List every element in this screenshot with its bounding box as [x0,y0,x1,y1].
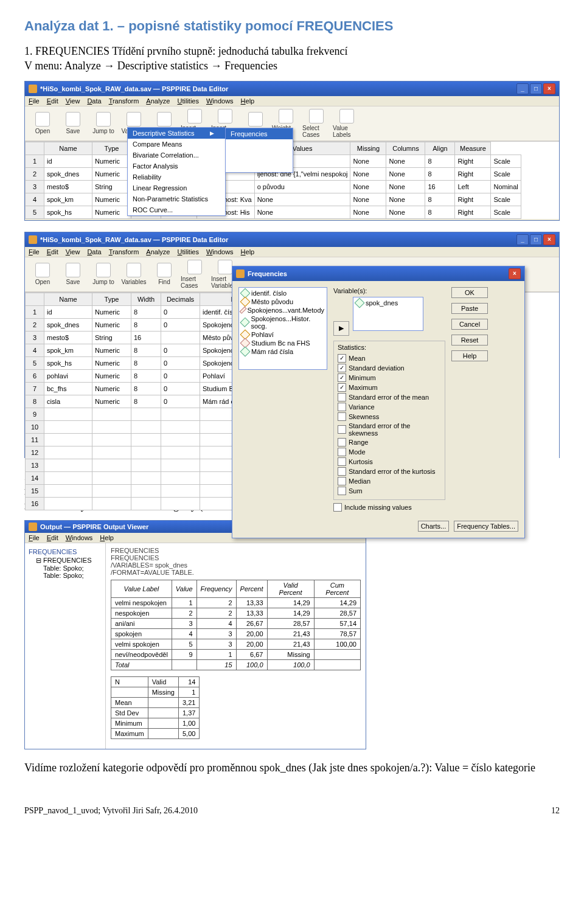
tree-item[interactable]: ⊟ FREQUENCIES [36,557,102,564]
stat-checkbox[interactable]: ✓Standard deviation [338,363,441,373]
tree-root[interactable]: FREQUENCIES [29,547,102,557]
dialog-frequency table--button[interactable]: Frequency Tables... [454,521,518,532]
stat-checkbox[interactable]: Median [338,476,441,486]
stat-checkbox[interactable]: ✓Mean [338,353,441,363]
move-variable-button[interactable]: ▶ [333,321,349,336]
toolbar-insert cases[interactable]: Insert Cases [181,260,209,289]
menu-item-edit[interactable]: Edit [47,248,58,255]
stat-checkbox[interactable]: ✓Maximum [338,383,441,392]
toolbar-jump to[interactable]: Jump to [89,263,117,285]
selected-variables-list[interactable]: spok_dnes [353,297,423,331]
analyze-item[interactable]: Linear Regression [128,182,225,193]
toolbar-value labels[interactable]: Value Labels [333,109,361,138]
stat-checkbox[interactable]: Kurtosis [338,457,441,467]
menubar[interactable]: FileEditViewDataTransformAnalyzeUtilitie… [25,247,559,257]
list-item[interactable]: Pohlaví [240,330,325,339]
menu-item-transform[interactable]: Transform [109,97,139,105]
menu-item-data[interactable]: Data [87,97,101,105]
stat-checkbox[interactable]: Range [338,437,441,447]
minimize-button[interactable]: _ [516,234,529,245]
submenu-item[interactable]: Frequencies [226,128,293,139]
list-item[interactable]: Spokojenos...Histor. socg. [240,314,325,330]
menu-item-data[interactable]: Data [87,248,101,255]
intro-paragraph: 1. FREQUENCIES Třídění prvního stupně: j… [24,44,560,74]
dialog-chart--button[interactable]: Charts... [418,521,450,532]
toolbar-find[interactable]: Find [150,263,178,285]
available-variables-list[interactable]: identif. čísloMěsto původuSpokojenos...v… [238,287,327,370]
menu-item-file[interactable]: File [29,248,40,255]
stat-checkbox[interactable]: Standard error of the kurtosis [338,467,441,476]
analyze-menu-dropdown[interactable]: Descriptive Statistics▶FrequenciesDescri… [127,127,226,216]
menu-item-help[interactable]: Help [100,534,114,541]
stat-checkbox[interactable]: Sum [338,486,441,496]
menubar[interactable]: FileEditViewDataTransformAnalyzeUtilitie… [25,96,559,106]
submenu-item[interactable]: Explore [226,150,293,161]
menu-item-transform[interactable]: Transform [109,248,139,255]
stat-checkbox[interactable]: ✓Minimum [338,373,441,383]
menu-item-utilities[interactable]: Utilities [177,97,198,105]
menu-item-windows[interactable]: Windows [66,534,93,541]
menu-item-windows[interactable]: Windows [206,248,234,255]
close-button[interactable]: × [543,234,555,245]
analyze-item[interactable]: Descriptive Statistics▶FrequenciesDescri… [128,128,225,139]
list-item[interactable]: Město původu [240,297,325,306]
statistics-group: Statistics: ✓Mean✓Standard deviation✓Min… [333,341,445,500]
close-button[interactable]: × [543,83,555,94]
analyze-item[interactable]: Non-Parametric Statistics [128,193,225,204]
menu-item-analyze[interactable]: Analyze [146,248,170,255]
analyze-item[interactable]: Compare Means [128,139,225,150]
submenu-item[interactable]: Descriptives [226,139,293,150]
menu-item-edit[interactable]: Edit [47,534,58,541]
menu-item-windows[interactable]: Windows [206,97,234,105]
toolbar-save[interactable]: Save [59,112,87,134]
page-footer: PSPP_navod_1_uvod; Vytvořil Jiri Safr, 2… [24,806,560,816]
analyze-item[interactable]: Reliability [128,172,225,182]
screenshot-editor-frequencies-dialog: *HiSo_kombi_Spok_RAW_data.sav — PSPPIRE … [24,232,560,458]
menu-item-file[interactable]: File [29,534,40,541]
ok-button[interactable]: OK [451,287,488,298]
menu-item-edit[interactable]: Edit [47,97,58,105]
analyze-item[interactable]: Factor Analysis [128,161,225,172]
app-icon [29,523,37,531]
output-tree[interactable]: FREQUENCIES ⊟ FREQUENCIESTable: Spoko;Ta… [25,543,106,749]
stat-checkbox[interactable]: Standard error of the mean [338,392,441,402]
menu-item-utilities[interactable]: Utilities [177,248,198,255]
toolbar-select cases[interactable]: Select Cases [302,109,330,138]
toolbar-open[interactable]: Open [29,112,57,134]
list-item[interactable]: Studium Bc na FHS [240,339,325,347]
maximize-button[interactable]: □ [530,234,542,245]
maximize-button[interactable]: □ [530,83,542,94]
submenu-item[interactable]: Crosstabs [226,161,293,172]
descriptive-stats-submenu[interactable]: FrequenciesDescriptivesExploreCrosstabs [225,128,293,173]
list-item[interactable]: Mám rád čísla [240,347,325,356]
menu-item-help[interactable]: Help [241,97,255,105]
toolbar-open[interactable]: Open [29,263,57,285]
paste-button[interactable]: Paste [451,303,488,314]
menu-item-view[interactable]: View [66,248,80,255]
list-item[interactable]: spok_dnes [355,299,422,307]
stat-checkbox[interactable]: Standard error of the skewness [338,422,441,437]
stat-checkbox[interactable]: Skewness [338,412,441,422]
tree-item[interactable]: Table: Spoko; [43,572,102,579]
menu-item-file[interactable]: File [29,97,40,105]
stat-checkbox[interactable]: Variance [338,402,441,412]
stat-checkbox[interactable]: Mode [338,447,441,457]
reset-button[interactable]: Reset [451,335,488,346]
list-item[interactable]: Spokojenos...vant.Metody [240,306,325,314]
help-button[interactable]: Help [451,350,488,361]
dialog-close-button[interactable]: × [509,268,521,279]
toolbar-save[interactable]: Save [59,263,87,285]
analyze-item[interactable]: ROC Curve... [128,204,225,215]
include-missing-checkbox[interactable]: Include missing values [333,502,445,512]
cancel-button[interactable]: Cancel [451,319,488,330]
menu-item-help[interactable]: Help [241,248,255,255]
toolbar-jump to[interactable]: Jump to [89,112,117,134]
menu-item-view[interactable]: View [66,97,80,105]
toolbar-variables[interactable]: Variables [120,263,148,285]
paragraph-result-note: Vidíme rozložení kategorie odpovědí pro … [24,760,560,775]
list-item[interactable]: identif. číslo [240,289,325,297]
minimize-button[interactable]: _ [516,83,529,94]
analyze-item[interactable]: Bivariate Correlation... [128,150,225,161]
menu-item-analyze[interactable]: Analyze [146,97,170,105]
tree-item[interactable]: Table: Spoko; [43,564,102,572]
